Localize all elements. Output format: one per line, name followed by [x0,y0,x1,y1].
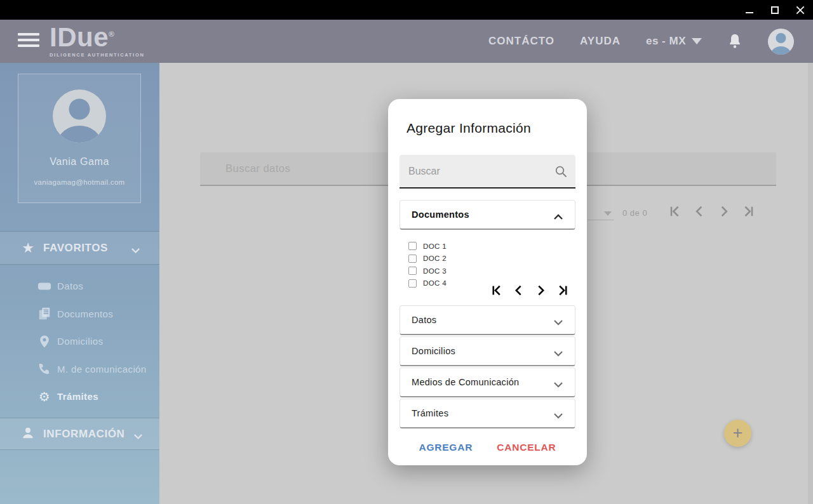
dialog-pagination [490,284,569,296]
doc-1-label: DOC 1 [423,242,447,250]
list-item: DOC 3 [408,265,447,277]
agregar-informacion-dialog: Agregar Información Documentos DOC 1 DOC… [388,99,587,465]
maximize-icon [771,6,779,14]
doc-4-checkbox[interactable] [408,279,417,288]
accordion-tramites[interactable]: Trámites [400,399,575,428]
list-item: DOC 4 [408,277,447,290]
nav-contact-link[interactable]: CONTÁCTO [488,35,554,48]
accordion-datos[interactable]: Datos [400,305,575,335]
nav-help-link[interactable]: AYUDA [580,35,621,48]
sidebar: Vania Gama vaniagamag@hotmail.com ★ FAVO… [0,63,159,504]
rows-per-page-select[interactable] [588,206,614,220]
maximize-button[interactable] [770,5,780,15]
agregar-button[interactable]: AGREGAR [419,442,473,453]
cancelar-button[interactable]: CANCELAR [497,442,556,453]
accordion-label: Documentos [412,209,469,220]
add-fab-button[interactable]: + [724,420,751,447]
gear-icon: ⚙ [37,389,52,404]
dialog-actions: AGREGAR CANCELAR [388,442,587,453]
dialog-search-input[interactable] [400,155,575,187]
dialog-search-bar [400,155,575,189]
sidebar-item-documentos[interactable]: Documentos [0,300,159,328]
profile-card: Vania Gama vaniagamag@hotmail.com [18,74,141,203]
sidebar-item-label: Documentos [57,308,113,319]
accordion-label: Datos [412,315,436,325]
doc-2-checkbox[interactable] [408,255,417,263]
sidebar-section-informacion[interactable]: INFORMACIÓN [0,418,159,450]
list-item: DOC 2 [408,253,447,265]
brand-logo: IDue® DILIGENCE AUTHENTICATION [50,23,145,58]
next-page-icon[interactable] [535,284,547,296]
doc-1-checkbox[interactable] [408,242,417,250]
chevron-down-icon [553,317,563,323]
previous-page-icon[interactable] [693,205,706,218]
notifications-bell-icon[interactable] [727,33,742,50]
sidebar-item-comunicacion[interactable]: M. de comunicación [0,355,159,383]
minimize-icon [746,12,753,13]
search-icon [554,165,567,178]
brand-name: IDue® [50,23,145,51]
list-item: DOC 1 [408,240,447,253]
favorites-items: Datos Documentos Domicilios M. de comuni… [0,272,159,411]
minimize-button[interactable] [744,5,755,15]
accordion-label: Domicilios [412,346,455,356]
sidebar-item-domicilios[interactable]: Domicilios [0,328,159,355]
header-nav: CONTÁCTO AYUDA es - MX [488,20,794,63]
window-controls [744,0,805,20]
location-pin-icon [37,334,52,349]
chevron-down-icon [553,348,563,354]
doc-3-label: DOC 3 [423,267,447,275]
accordion-label: Medios de Comunicación [412,377,519,387]
first-page-icon[interactable] [490,284,502,296]
profile-name: Vania Gama [18,156,140,168]
documentos-checkbox-list: DOC 1 DOC 2 DOC 3 DOC 4 [408,240,447,289]
chevron-down-icon [553,379,563,385]
registered-mark: ® [109,30,114,39]
doc-4-label: DOC 4 [423,279,447,287]
sidebar-item-datos[interactable]: Datos [0,272,159,300]
accordion-label: Trámites [412,408,448,418]
next-page-icon[interactable] [718,205,730,218]
sidebar-item-label: Trámites [57,391,98,402]
language-selector[interactable]: es - MX [646,35,702,48]
doc-2-label: DOC 2 [423,255,447,262]
user-avatar[interactable] [768,29,794,55]
profile-avatar [53,90,106,143]
person-icon [20,426,36,442]
first-page-icon[interactable] [668,205,681,218]
hamburger-menu-icon[interactable] [18,33,39,47]
brand-tagline: DILIGENCE AUTHENTICATION [50,52,145,58]
doc-3-checkbox[interactable] [408,267,417,275]
chevron-down-icon [553,410,563,416]
sidebar-item-label: Domicilios [57,336,103,347]
main-scrollbar[interactable] [808,63,813,504]
last-page-icon[interactable] [742,205,755,218]
sidebar-item-label: Datos [57,281,83,291]
previous-page-icon[interactable] [513,284,525,296]
accordion-medios-comunicacion[interactable]: Medios de Comunicación [400,368,575,397]
language-label: es - MX [646,35,686,48]
main-pagination [668,205,755,218]
sidebar-item-tramites[interactable]: ⚙ Trámites [0,383,159,411]
sidebar-section-favoritos[interactable]: ★ FAVORITOS [0,231,159,265]
last-page-icon[interactable] [557,284,569,296]
window-titlebar [0,0,813,20]
chevron-down-icon [133,431,143,437]
chevron-up-icon [553,211,563,218]
chevron-down-icon [131,245,140,251]
app-header: IDue® DILIGENCE AUTHENTICATION CONTÁCTO … [0,20,813,63]
phone-icon [37,361,52,376]
close-button[interactable] [795,5,805,15]
chevron-down-icon [604,211,612,216]
documents-icon [37,306,52,321]
chevron-down-icon [692,38,702,44]
sidebar-item-label: M. de comunicación [57,364,147,375]
card-icon [37,279,52,294]
informacion-label: INFORMACIÓN [43,428,124,441]
favoritos-label: FAVORITOS [43,242,108,255]
accordion-documentos[interactable]: Documentos [400,200,575,230]
close-icon [796,6,805,15]
pagination-range-label: 0 de 0 [622,208,647,218]
accordion-domicilios[interactable]: Domicilios [400,336,575,366]
star-icon: ★ [20,241,36,255]
